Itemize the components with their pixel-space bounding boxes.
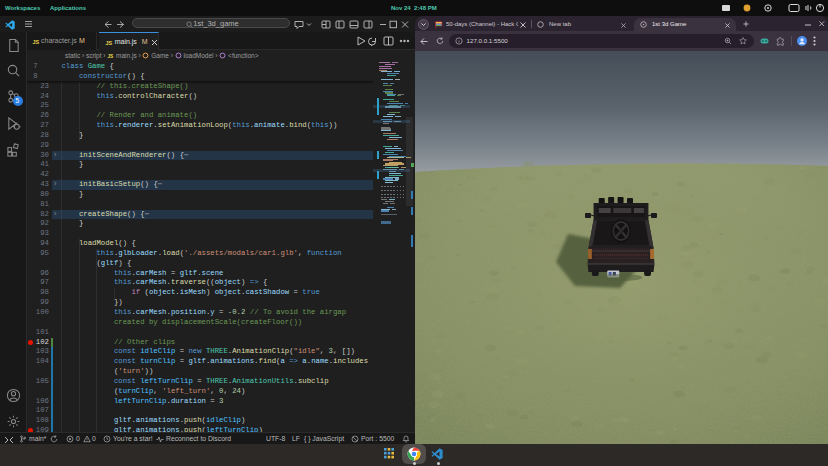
svg-text:JS: JS [33,39,40,45]
svg-text:JS: JS [105,40,112,46]
svg-text:5: 5 [16,97,20,104]
svg-text:JS: JS [108,53,115,58]
